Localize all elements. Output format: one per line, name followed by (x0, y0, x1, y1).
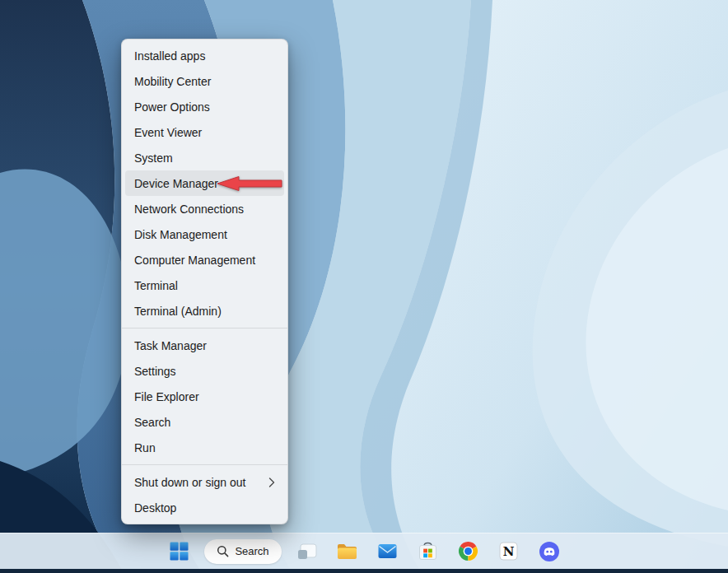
menu-item-desktop[interactable]: Desktop (125, 495, 284, 520)
mail-icon (378, 543, 397, 559)
menu-item-label: Mobility Center (134, 75, 211, 88)
menu-item-label: Settings (134, 365, 176, 378)
screen-bottom-edge (0, 569, 728, 573)
windows-logo-icon (170, 542, 189, 561)
taskbar: Search (0, 533, 728, 569)
menu-item-label: File Explorer (134, 390, 199, 403)
winx-context-menu: Installed apps Mobility Center Power Opt… (121, 39, 288, 524)
taskbar-app-notion[interactable]: N (494, 537, 524, 566)
menu-item-network-connections[interactable]: Network Connections (125, 196, 284, 221)
desktop: Installed apps Mobility Center Power Opt… (0, 0, 728, 573)
menu-item-label: Desktop (134, 501, 176, 515)
search-label: Search (235, 545, 268, 557)
menu-item-label: Device Manager (134, 177, 218, 190)
menu-separator (122, 464, 287, 465)
taskbar-app-file-explorer[interactable] (333, 537, 362, 566)
taskbar-app-mail[interactable] (373, 537, 403, 566)
menu-item-terminal[interactable]: Terminal (125, 273, 284, 298)
menu-item-label: Disk Management (134, 228, 227, 241)
notion-icon: N (499, 542, 518, 561)
start-button[interactable] (164, 537, 194, 566)
menu-item-device-manager[interactable]: Device Manager (125, 170, 284, 196)
search-icon (217, 545, 229, 557)
menu-separator (122, 328, 287, 328)
menu-item-installed-apps[interactable]: Installed apps (125, 43, 284, 68)
menu-item-disk-management[interactable]: Disk Management (125, 221, 284, 247)
taskbar-search[interactable]: Search (204, 539, 281, 564)
menu-item-label: Event Viewer (134, 126, 202, 139)
microsoft-store-icon (418, 542, 437, 561)
menu-item-search[interactable]: Search (125, 409, 284, 435)
menu-item-label: Search (134, 416, 170, 429)
menu-item-file-explorer[interactable]: File Explorer (125, 384, 284, 409)
taskbar-app-microsoft-store[interactable] (413, 537, 443, 566)
menu-item-label: Shut down or sign out (134, 476, 245, 489)
menu-item-label: Computer Management (134, 254, 255, 267)
annotation-arrow-icon (217, 175, 282, 192)
menu-item-mobility-center[interactable]: Mobility Center (125, 68, 284, 94)
menu-item-terminal-admin[interactable]: Terminal (Admin) (125, 298, 284, 324)
taskbar-app-chrome[interactable] (454, 537, 483, 566)
menu-item-power-options[interactable]: Power Options (125, 94, 284, 119)
menu-item-label: Power Options (134, 100, 210, 114)
taskbar-app-discord[interactable] (534, 537, 564, 566)
menu-item-computer-management[interactable]: Computer Management (125, 247, 284, 273)
desktop-wallpaper (0, 0, 728, 573)
file-explorer-folder-icon (337, 543, 357, 560)
menu-item-shut-down-or-sign-out[interactable]: Shut down or sign out (125, 469, 284, 495)
menu-item-task-manager[interactable]: Task Manager (125, 333, 284, 358)
svg-text:N: N (503, 544, 515, 559)
menu-item-event-viewer[interactable]: Event Viewer (125, 119, 284, 145)
menu-item-settings[interactable]: Settings (125, 358, 284, 384)
menu-item-run[interactable]: Run (125, 435, 284, 460)
menu-item-label: Terminal (134, 279, 178, 292)
menu-item-label: Task Manager (134, 339, 207, 352)
menu-item-label: Terminal (Admin) (134, 305, 222, 318)
task-view-icon (297, 543, 317, 561)
discord-icon (539, 542, 559, 561)
menu-item-label: System (134, 151, 173, 165)
menu-item-system[interactable]: System (125, 145, 284, 170)
menu-item-label: Network Connections (134, 203, 244, 216)
chevron-right-icon (268, 478, 275, 487)
menu-item-label: Run (134, 441, 156, 454)
taskbar-app-task-view[interactable] (292, 537, 322, 566)
menu-item-label: Installed apps (134, 49, 205, 63)
chrome-icon (459, 542, 478, 561)
